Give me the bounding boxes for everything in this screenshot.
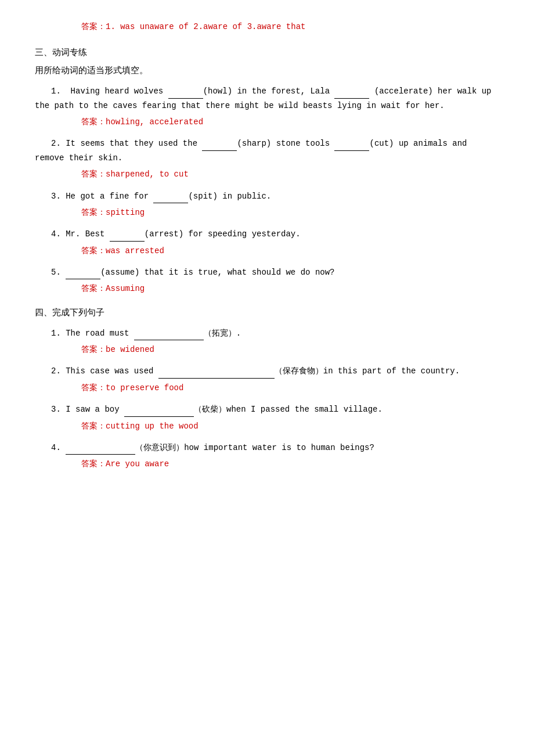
answer3-2-block: 答案：sharpened, to cut [81,167,499,182]
blank-3-1b [334,98,369,99]
answer3-2-text: sharpened, to cut [106,170,189,179]
answer3-1-text: howling, accelerated [106,117,203,127]
question-3-2: 2. It seems that they used the (sharp) s… [35,136,499,165]
answer1-label: 答案： [81,22,106,31]
answer4-2-label: 答案： [81,383,106,393]
blank-3-2b [334,150,369,151]
answer1-block: 答案：1. was unaware of 2.aware of 3.aware … [81,20,499,34]
answer4-1-block: 答案：be widened [81,343,499,357]
answer4-1-label: 答案： [81,345,106,354]
blank-4-1 [134,340,204,340]
answer3-5-label: 答案： [81,284,106,293]
blank-3-4 [110,241,145,242]
answer4-2-block: 答案：to preserve food [81,381,499,395]
answer3-1-label: 答案： [81,117,106,127]
answer3-2-label: 答案： [81,170,106,179]
question-4-3: 3. I saw a boy （砍柴）when I passed the sma… [35,402,499,417]
question-4-1: 1. The road must （拓宽）. [35,326,499,341]
question-4-2: 2. This case was used （保存食物）in this part… [35,364,499,379]
answer3-4-label: 答案： [81,246,106,255]
answer3-4-text: was arrested [106,246,164,255]
answer4-3-label: 答案： [81,422,106,431]
answer3-5-block: 答案：Assuming [81,282,499,296]
answer4-3-block: 答案：cutting up the wood [81,419,499,434]
blank-4-2 [158,378,275,379]
section3-instruction: 用所给动词的适当形式填空。 [35,63,499,78]
question-3-5: 5. (assume) that it is true, what should… [35,265,499,280]
answer4-1-text: be widened [106,345,154,354]
question-3-1: 1. Having heard wolves (howl) in the for… [35,84,499,113]
answer4-3-text: cutting up the wood [106,422,199,431]
answer3-5-text: Assuming [106,284,145,293]
question-3-3: 3. He got a fine for (spit) in public. [35,189,499,204]
blank-4-3 [124,416,194,417]
answer3-3-label: 答案： [81,208,106,217]
answer4-4-block: 答案：Are you aware [81,457,499,471]
question-3-4: 4. Mr. Best (arrest) for speeding yester… [35,227,499,242]
question-4-4: 4. （你意识到）how important water is to human… [35,441,499,455]
blank-3-5 [66,279,100,279]
answer3-4-block: 答案：was arrested [81,244,499,258]
answer4-4-text: Are you aware [106,459,169,469]
answer3-1-block: 答案：howling, accelerated [81,115,499,129]
answer4-4-label: 答案： [81,459,106,469]
blank-3-1a [168,98,203,99]
blank-4-4 [66,454,135,455]
answer1-text: 1. was unaware of 2.aware of 3.aware tha… [106,22,305,31]
answer3-3-text: spitting [106,208,145,217]
answer3-3-block: 答案：spitting [81,206,499,220]
answer4-2-text: to preserve food [106,383,183,393]
blank-3-2a [202,150,237,151]
blank-3-3 [153,203,188,203]
section4-header: 四、完成下列句子 [35,305,499,321]
section3-header: 三、动词专练 [35,45,499,60]
